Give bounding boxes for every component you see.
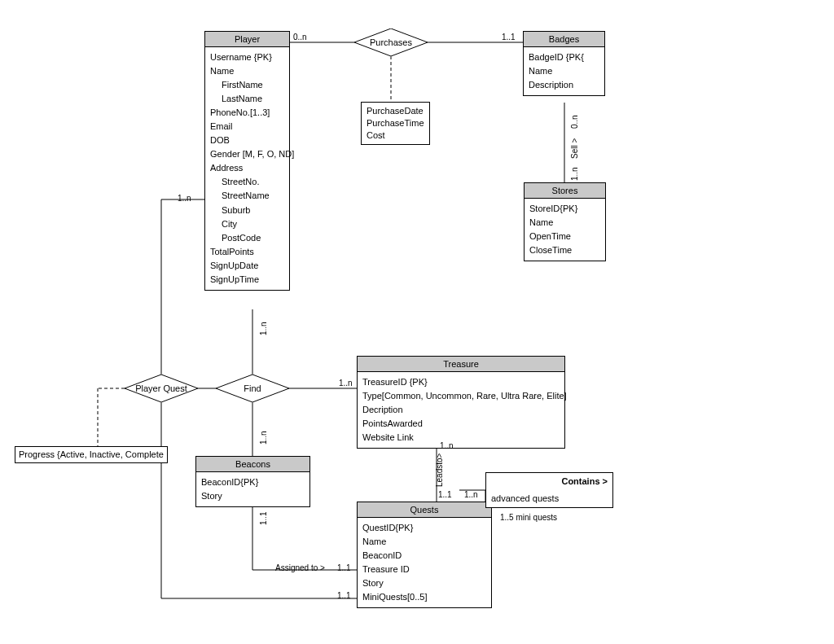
card-pq-quest: 1..1 (337, 591, 351, 600)
entity-beacons-title: Beacons (196, 457, 309, 472)
attrbox-progress: Progress {Active, Inactive, Complete (15, 446, 168, 463)
label-leadsto: Leadsto> (435, 453, 444, 487)
entity-badges-title: Badges (524, 32, 604, 47)
card-leads-quest: 1..1 (438, 490, 452, 499)
label-assigned-to: Assigned to > (275, 563, 325, 572)
card-treasure-leads: 1..n (440, 441, 454, 450)
card-find-beacons: 1..n (259, 431, 268, 445)
relationship-playerquest: Player Quest (125, 375, 198, 402)
entity-stores-title: Stores (525, 183, 605, 199)
relationship-find: Find (216, 375, 289, 402)
entity-player-title: Player (205, 32, 289, 47)
entity-stores: Stores StoreID{PK} Name OpenTime CloseTi… (524, 182, 606, 261)
entity-player: Player Username {PK} Name FirstName Last… (204, 31, 290, 291)
card-player-purchases: 0..n (293, 33, 307, 42)
entity-quests: Quests QuestID{PK} Name BeaconID Treasur… (357, 502, 492, 608)
entity-badges: Badges BadgeID {PK{ Name Description (523, 31, 605, 96)
card-assigned-right: 1..1 (337, 563, 351, 572)
card-find-treasure: 1..n (339, 379, 353, 388)
entity-beacons: Beacons BeaconID{PK} Story (195, 456, 310, 507)
card-badges-sell-top: 0..n (570, 115, 579, 129)
card-purchases-badges: 1..1 (502, 33, 516, 42)
card-badges-sell-bot: 1..n (570, 167, 579, 181)
attrbox-purchase: PurchaseDate PurchaseTime Cost (361, 102, 430, 145)
card-pq-player: 1..n (178, 194, 191, 203)
card-contains-left: 1..n (464, 490, 478, 499)
label-sell: Sell > (570, 138, 579, 159)
card-beacons-assigned: 1..1 (259, 511, 268, 525)
entity-quests-title: Quests (358, 502, 491, 518)
entity-treasure: Treasure TreasureID {PK} Type[Common, Un… (357, 356, 565, 449)
entity-treasure-title: Treasure (358, 357, 564, 372)
label-mini-quests: 1..5 mini quests (500, 513, 557, 522)
attrbox-contains: Contains > advanced quests (485, 472, 613, 508)
card-player-find: 1..n (259, 322, 268, 335)
relationship-purchases: Purchases (354, 28, 428, 56)
